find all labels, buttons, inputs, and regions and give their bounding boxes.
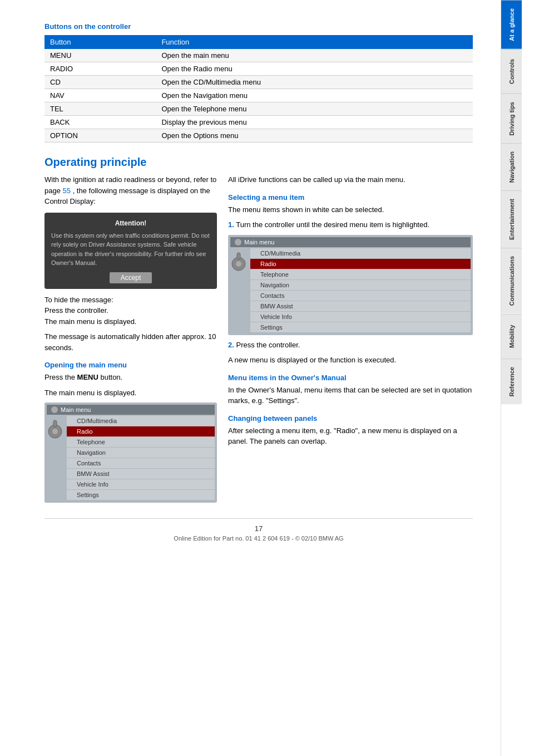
left-menu-item: Vehicle Info [67, 479, 215, 489]
right-menu-item: CD/Multimedia [250, 248, 471, 258]
svg-rect-5 [237, 253, 240, 259]
step1-text: 1. Turn the controller until the desired… [228, 219, 473, 230]
sidebar-tab[interactable]: Driving tips [501, 94, 522, 144]
right-menu-item: Contacts [250, 291, 471, 301]
table-row-function: Open the Telephone menu [156, 102, 473, 116]
footer-text: Online Edition for Part no. 01 41 2 604 … [174, 535, 343, 542]
menu-title-bar-right: Main menu [230, 237, 471, 247]
right-menu-item: Telephone [250, 269, 471, 279]
operating-principle-heading: Operating principle [44, 156, 473, 169]
all-idrive-text: All iDrive functions can be called up vi… [228, 174, 473, 185]
sidebar-tab[interactable]: Reference [501, 359, 522, 404]
table-row-button: MENU [44, 49, 156, 62]
changing-panels-text: After selecting a menu item, e.g. "Radio… [228, 425, 473, 447]
attention-header: Attention! [51, 218, 210, 228]
main-content: Buttons on the controller Button Functio… [0, 0, 501, 756]
controller-table: Button Function MENUOpen the main menuRA… [44, 35, 473, 143]
menu-items-right: CD/MultimediaRadioTelephoneNavigationCon… [250, 248, 471, 333]
table-row-function: Open the CD/Multimedia menu [156, 76, 473, 89]
menu-button-instruction: Press the MENU button. [44, 372, 217, 383]
selecting-menu-item-heading: Selecting a menu item [228, 193, 473, 202]
table-row-function: Open the Radio menu [156, 62, 473, 76]
knob-icon-right [230, 251, 247, 273]
table-row-function: Open the Navigation menu [156, 89, 473, 102]
table-row-button: NAV [44, 89, 156, 102]
sidebar-tab[interactable]: Controls [501, 49, 522, 94]
right-column: All iDrive functions can be called up vi… [228, 174, 473, 507]
left-menu-item: Navigation [67, 448, 215, 458]
table-row-button: OPTION [44, 129, 156, 143]
left-menu-item: Contacts [67, 458, 215, 468]
left-menu-item: BMW Assist [67, 469, 215, 479]
menu-with-knob-left: CD/MultimediaRadioTelephoneNavigationCon… [47, 416, 215, 500]
table-row-function: Display the previous menu [156, 116, 473, 129]
step2-result-text: A new menu is displayed or the function … [228, 355, 473, 366]
table-row-function: Open the Options menu [156, 129, 473, 143]
left-menu-item: Settings [67, 490, 215, 500]
page-footer: 17 Online Edition for Part no. 01 41 2 6… [44, 518, 473, 547]
accept-button[interactable]: Accept [110, 272, 152, 283]
two-col-layout: With the ignition at radio readiness or … [44, 174, 473, 507]
step2-text: 2. Press the controller. [228, 340, 473, 351]
left-column: With the ignition at radio readiness or … [44, 174, 217, 507]
opening-main-menu-heading: Opening the main menu [44, 361, 217, 369]
col2-header: Function [156, 35, 473, 49]
operating-principle-section: Operating principle With the ignition at… [44, 156, 473, 507]
menu-displayed-text: The main menu is displayed. [44, 387, 217, 399]
menu-bold: MENU [77, 373, 98, 381]
menu-items-left: CD/MultimediaRadioTelephoneNavigationCon… [67, 416, 215, 500]
right-menu-item: Vehicle Info [250, 312, 471, 322]
page-container: Buttons on the controller Button Functio… [0, 0, 534, 756]
page-link[interactable]: 55 [63, 186, 71, 195]
owners-manual-heading: Menu items in the Owner's Manual [228, 374, 473, 382]
sidebar-tab[interactable]: Entertainment [501, 190, 522, 248]
attention-box: Attention! Use this system only when tra… [44, 213, 217, 289]
table-row-button: TEL [44, 102, 156, 116]
main-menu-left: Main menu CD/MultimediaRadioTelephoneNa [44, 402, 217, 503]
col1-header: Button [44, 35, 156, 49]
left-menu-item: Radio [67, 426, 215, 436]
changing-panels-heading: Changing between panels [228, 414, 473, 423]
selecting-menu-item-text: The menu items shown in white can be sel… [228, 204, 473, 215]
menu-icon-left [51, 406, 58, 413]
left-menu-item: Telephone [67, 437, 215, 447]
auto-hide-text: The message is automatically hidden afte… [44, 331, 217, 353]
attention-text: Use this system only when traffic condit… [51, 231, 210, 268]
owners-manual-text: In the Owner's Manual, menu items that c… [228, 385, 473, 406]
buttons-section: Buttons on the controller Button Functio… [44, 22, 473, 143]
right-menu-item: Settings [250, 322, 471, 332]
table-row-button: BACK [44, 116, 156, 129]
svg-point-1 [52, 429, 58, 434]
main-menu-right: Main menu CD/MultimediaRadioTelephoneNa [228, 235, 473, 335]
menu-icon-right [235, 239, 241, 246]
menu-title-bar-left: Main menu [47, 405, 215, 415]
menu-with-knob-right: CD/MultimediaRadioTelephoneNavigationCon… [230, 248, 471, 333]
page-number: 17 [44, 524, 473, 533]
table-row-button: CD [44, 76, 156, 89]
hide-message-text: To hide the message: Press the controlle… [44, 294, 217, 327]
left-menu-item: CD/Multimedia [67, 416, 215, 426]
buttons-section-heading: Buttons on the controller [44, 22, 473, 31]
sidebar-tab[interactable]: Navigation [501, 143, 522, 190]
table-row-button: RADIO [44, 62, 156, 76]
sidebar-tabs: At a glanceControlsDriving tipsNavigatio… [501, 0, 522, 756]
table-row-function: Open the main menu [156, 49, 473, 62]
knob-icon-left [47, 419, 63, 441]
sidebar-tab[interactable]: Communications [501, 248, 522, 313]
right-menu-item: Radio [250, 259, 471, 269]
right-menu-item: BMW Assist [250, 301, 471, 311]
sidebar-tab[interactable]: Mobility [501, 314, 522, 359]
right-menu-item: Navigation [250, 280, 471, 290]
svg-rect-2 [53, 420, 57, 427]
intro-paragraph: With the ignition at radio readiness or … [44, 174, 217, 207]
svg-point-4 [236, 261, 241, 267]
sidebar-tab[interactable]: At a glance [501, 0, 522, 49]
